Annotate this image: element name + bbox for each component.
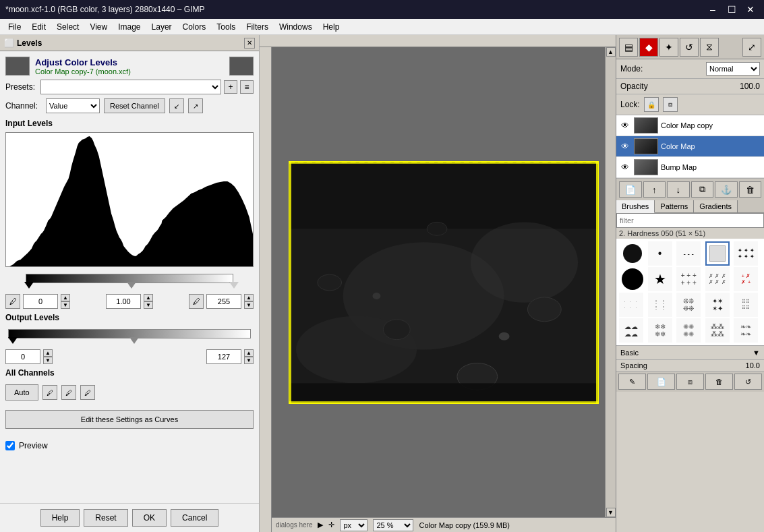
- presets-select[interactable]: [40, 80, 221, 94]
- layer-item-colormap[interactable]: 👁 Color Map: [616, 136, 764, 157]
- output-max-field[interactable]: [206, 349, 241, 364]
- picker-white-button[interactable]: 🖊: [80, 385, 95, 400]
- brush-item-11[interactable]: · · ·· · ·: [619, 293, 643, 317]
- spacing-dropdown-arrow[interactable]: ▼: [753, 349, 760, 357]
- close-button[interactable]: ✕: [742, 1, 759, 18]
- reset-channel-button[interactable]: Reset Channel: [104, 98, 165, 113]
- input-max-down[interactable]: ▼: [244, 301, 254, 309]
- menu-tools[interactable]: Tools: [211, 21, 241, 33]
- channel-icon-btn-1[interactable]: ↙: [169, 98, 184, 113]
- toolbar-icon-red[interactable]: ◆: [639, 38, 658, 57]
- menu-file[interactable]: File: [3, 21, 26, 33]
- input-max-field[interactable]: [206, 294, 241, 309]
- layer-eye-bumpmap[interactable]: 👁: [619, 161, 631, 173]
- input-mid-field[interactable]: [106, 294, 141, 309]
- input-min-down[interactable]: ▼: [61, 301, 70, 309]
- brush-item-8[interactable]: + + ++ + +: [676, 267, 701, 291]
- brush-refresh-button[interactable]: ↺: [734, 374, 762, 390]
- output-min-down[interactable]: ▼: [43, 357, 53, 364]
- preview-checkbox[interactable]: [5, 441, 15, 450]
- brush-item-16[interactable]: ☁☁☁☁: [619, 318, 643, 343]
- new-layer-button[interactable]: 📄: [619, 181, 642, 198]
- brush-item-7[interactable]: ★: [648, 267, 672, 291]
- brush-item-5[interactable]: ✦ ✦ ✦✦ ✦ ✦: [734, 241, 758, 266]
- input-min-field[interactable]: [23, 294, 58, 309]
- brush-paste-button[interactable]: ⧈: [676, 374, 704, 390]
- menu-windows[interactable]: Windows: [274, 21, 318, 33]
- dialog-close-button[interactable]: ✕: [244, 38, 255, 49]
- brush-item-6[interactable]: [622, 268, 643, 290]
- cancel-button[interactable]: Cancel: [171, 509, 218, 527]
- tab-patterns[interactable]: Patterns: [655, 200, 694, 212]
- brush-copy-button[interactable]: 📄: [647, 374, 675, 390]
- edit-curves-button[interactable]: Edit these Settings as Curves: [5, 410, 254, 429]
- brush-item-4[interactable]: [705, 241, 730, 266]
- picker-gray-button[interactable]: 🖊: [61, 385, 76, 400]
- menu-colors[interactable]: Colors: [177, 21, 212, 33]
- help-button[interactable]: Help: [40, 509, 80, 527]
- white-point-picker[interactable]: 🖊: [189, 294, 204, 309]
- preset-menu-button[interactable]: ≡: [240, 80, 254, 94]
- brush-item-14[interactable]: ✦✶✶✦: [705, 293, 730, 317]
- menu-help[interactable]: Help: [318, 21, 345, 33]
- output-min-up[interactable]: ▲: [43, 349, 53, 357]
- brush-item-12[interactable]: ⋮ ⋮⋮ ⋮: [648, 293, 672, 317]
- layer-eye-colormap[interactable]: 👁: [619, 140, 631, 152]
- brush-delete-button[interactable]: 🗑: [705, 374, 733, 390]
- tab-brushes[interactable]: Brushes: [616, 200, 655, 213]
- reset-button[interactable]: Reset: [84, 509, 127, 527]
- brush-item-19[interactable]: ⁂⁂⁂⁂: [705, 318, 730, 343]
- input-gray-marker[interactable]: [127, 282, 136, 289]
- minimize-button[interactable]: –: [705, 1, 721, 18]
- layer-item-colormapopy[interactable]: 👁 Color Map copy: [616, 115, 764, 136]
- brush-item-1[interactable]: [623, 244, 642, 263]
- brush-item-17[interactable]: ❄❄❄❄: [648, 318, 672, 343]
- menu-edit[interactable]: Edit: [26, 21, 51, 33]
- input-max-up[interactable]: ▲: [244, 294, 254, 301]
- output-min-field[interactable]: [5, 349, 40, 364]
- layer-eye-colormapopy[interactable]: 👁: [619, 119, 631, 131]
- units-select[interactable]: px % mm: [340, 519, 368, 531]
- brush-item-13[interactable]: ❊❊❊❊: [676, 293, 701, 317]
- output-gray-marker[interactable]: [129, 337, 139, 344]
- toolbar-icon-star[interactable]: ✦: [659, 38, 678, 57]
- brush-item-10[interactable]: + ✗✗ +: [734, 267, 758, 291]
- brush-item-2[interactable]: •: [648, 241, 672, 266]
- menu-filters[interactable]: Filters: [241, 21, 274, 33]
- tab-gradients[interactable]: Gradients: [694, 200, 738, 212]
- ok-button[interactable]: OK: [132, 509, 167, 527]
- output-max-down[interactable]: ▼: [244, 357, 254, 364]
- lock-pixels-button[interactable]: 🔒: [644, 97, 659, 112]
- layer-item-bumpmap[interactable]: 👁 Bump Map: [616, 157, 764, 178]
- lower-layer-button[interactable]: ↓: [667, 181, 690, 198]
- maximize-button[interactable]: ☐: [724, 1, 740, 18]
- input-min-up[interactable]: ▲: [61, 294, 70, 301]
- input-black-marker[interactable]: [24, 282, 34, 289]
- lock-alpha-button[interactable]: ⧈: [663, 97, 678, 112]
- input-mid-up[interactable]: ▲: [144, 294, 153, 301]
- zoom-select[interactable]: 25 % 50 % 100 %: [373, 519, 413, 531]
- brush-item-20[interactable]: ❧❧❧❧: [734, 318, 758, 343]
- toolbar-icon-history[interactable]: ⧖: [700, 38, 719, 57]
- duplicate-layer-button[interactable]: ⧉: [691, 181, 714, 198]
- raise-layer-button[interactable]: ↑: [643, 181, 666, 198]
- brush-item-3[interactable]: - - -: [676, 241, 701, 266]
- brush-new-button[interactable]: ✎: [618, 374, 646, 390]
- mode-select[interactable]: Normal Multiply Screen Overlay: [706, 62, 760, 76]
- menu-image[interactable]: Image: [113, 21, 146, 33]
- input-white-marker[interactable]: [229, 282, 239, 289]
- channel-icon-btn-2[interactable]: ↗: [188, 98, 203, 113]
- menu-select[interactable]: Select: [51, 21, 84, 33]
- toolbar-icon-undo[interactable]: ↺: [680, 38, 699, 57]
- output-black-marker[interactable]: [8, 337, 18, 344]
- channel-select[interactable]: Value Red Green Blue Alpha: [46, 98, 100, 113]
- brush-filter-input[interactable]: [616, 213, 764, 228]
- output-max-up[interactable]: ▲: [244, 349, 254, 357]
- anchor-layer-button[interactable]: ⚓: [715, 181, 738, 198]
- auto-button[interactable]: Auto: [5, 384, 38, 401]
- black-point-picker[interactable]: 🖊: [5, 294, 20, 309]
- input-mid-down[interactable]: ▼: [144, 301, 153, 309]
- toolbar-icon-layers[interactable]: ▤: [619, 38, 638, 57]
- preset-add-button[interactable]: +: [224, 80, 237, 94]
- brush-item-18[interactable]: ✺✺✺✺: [676, 318, 701, 343]
